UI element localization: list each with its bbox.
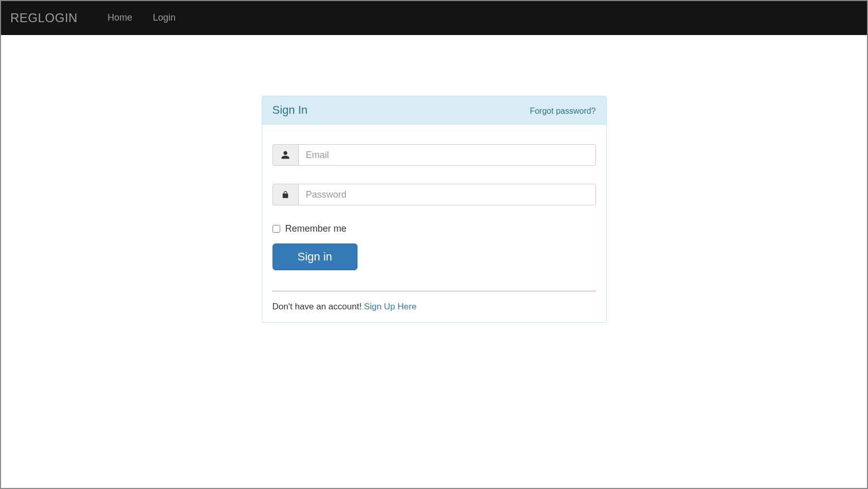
user-icon [273, 144, 298, 166]
forgot-password-link[interactable]: Forgot password? [530, 107, 595, 116]
remember-checkbox[interactable] [273, 225, 280, 233]
navbar: REGLOGIN Home Login [1, 1, 867, 35]
lock-icon [273, 184, 298, 205]
remember-label[interactable]: Remember me [285, 223, 347, 234]
signup-row: Don't have an account! Sign Up Here [262, 302, 606, 322]
panel-title: Sign In [273, 103, 308, 117]
divider [273, 291, 596, 291]
panel-heading: Sign In Forgot password? [262, 96, 606, 125]
signin-panel: Sign In Forgot password? [262, 96, 607, 323]
brand-link[interactable]: REGLOGIN [10, 11, 88, 25]
email-input-group [273, 144, 596, 166]
nav-home[interactable]: Home [97, 5, 143, 31]
signin-button[interactable]: Sign in [273, 243, 358, 270]
signup-prompt: Don't have an account! [273, 302, 364, 311]
password-input-group [273, 184, 596, 205]
panel-body: Remember me Sign in [262, 125, 606, 281]
signup-link[interactable]: Sign Up Here [364, 302, 417, 311]
nav-links: Home Login [97, 5, 186, 31]
remember-row: Remember me [273, 223, 596, 234]
email-field[interactable] [298, 144, 596, 166]
main-container: Sign In Forgot password? [254, 96, 615, 323]
nav-login[interactable]: Login [143, 5, 186, 31]
password-field[interactable] [298, 184, 596, 205]
